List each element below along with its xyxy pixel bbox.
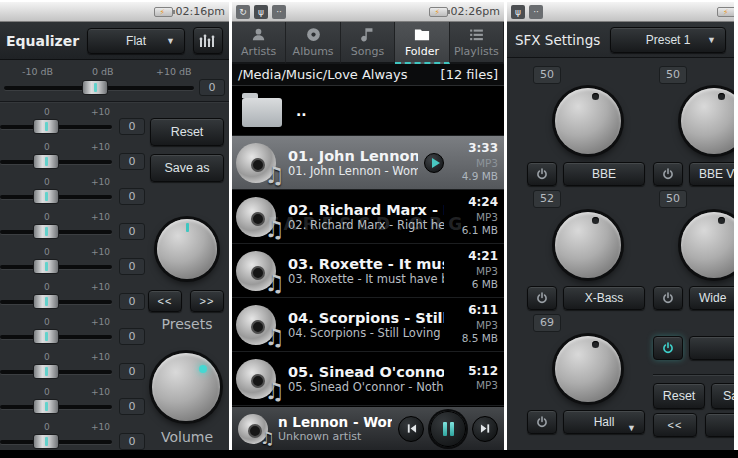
bbe-viva-power-button[interactable] [653,162,683,186]
song-subtitle: 05. Sinead O'connor - Nothing co [288,380,444,394]
previous-track-button[interactable] [398,416,424,442]
eq-band-thumb[interactable] [33,154,59,169]
eq-band-slider[interactable] [0,125,112,129]
sfx-save-button[interactable]: Sa [711,383,734,409]
reverb-type-dropdown[interactable]: Hall ▼ [563,410,645,434]
tab-folder[interactable]: Folder [395,22,449,64]
chevron-down-icon: ▼ [707,35,716,45]
sfx-prev-preset-button[interactable]: << [653,413,697,437]
bbe-viva-label-button[interactable]: BBE Vi [689,162,734,186]
sfx-preset-dropdown[interactable]: Preset 1 ▼ [610,27,726,53]
band-zero-label: 0 [44,317,50,327]
eq-band-thumb[interactable] [33,294,59,309]
agc-label-button[interactable]: AGC [689,336,734,360]
band-max-label: +10 [91,107,110,117]
master-slider-track[interactable] [4,86,194,90]
bbe-viva-knob[interactable] [681,88,734,154]
band-zero-label: 0 [44,282,50,292]
xbass-label-button[interactable]: X-Bass [563,286,645,310]
eq-band-thumb[interactable] [33,259,59,274]
eq-band-row: 0+10 0 [0,277,146,312]
band-value-box: 0 [119,328,145,345]
pause-icon [443,422,447,436]
eq-band-row: 0+10 0 [0,312,146,347]
eq-band-slider[interactable] [0,335,112,339]
equalizer-curve-button[interactable] [193,27,223,54]
eq-band-slider[interactable] [0,300,112,304]
bbe-knob[interactable] [555,88,621,154]
disc-icon [305,26,322,43]
song-format: MP3 [450,319,498,333]
chevron-down-icon: ▼ [166,36,175,46]
band-value-box: 0 [119,223,145,240]
now-playing-bar[interactable]: ♫ n Lennon - Woman Unknown artist [232,406,504,450]
music-note-icon [359,26,376,43]
reverb-knob[interactable] [555,336,621,402]
volume-knob[interactable] [152,353,220,421]
xbass-power-button[interactable] [527,286,557,310]
wide-knob[interactable] [681,212,734,278]
agc-power-button[interactable] [653,336,683,360]
power-icon [662,342,674,354]
reverb-power-button[interactable] [527,410,557,434]
eq-reset-button[interactable]: Reset [150,118,224,146]
eq-band-slider[interactable] [0,160,112,164]
sfx-next-preset-button[interactable] [705,413,734,437]
player-meta: n Lennon - Woman Unknown artist [278,414,392,443]
eq-band-thumb[interactable] [33,224,59,239]
band-max-label: +10 [91,387,110,397]
song-row[interactable]: ♫ 05. Sinead O'connor - Nothing 05. Sine… [232,352,504,406]
playlist-icon [468,26,485,43]
next-track-button[interactable] [472,416,498,442]
xbass-knob[interactable] [555,212,621,278]
bbe-label-button[interactable]: BBE [563,162,645,186]
song-row[interactable]: ♫ 02. Richard Marx - Right here 02. Rich… [232,190,504,244]
wide-power-button[interactable] [653,286,683,310]
folder-icon [413,26,431,43]
wide-label-button[interactable]: Wide [689,286,734,310]
tab-artists[interactable]: Artists [232,22,286,64]
song-row[interactable]: ♫ 01. John Lennon - Woman.m 01. John Len… [232,136,504,190]
folder-icon [242,98,282,127]
eq-band-thumb[interactable] [33,329,59,344]
eq-save-as-button[interactable]: Save as [150,154,224,182]
music-note-icon: ♫ [264,164,285,187]
reverb-type-value: Hall [594,415,615,429]
song-row[interactable]: ♫ 04. Scorpions - Still Loving You 04. S… [232,298,504,352]
tab-label: Songs [351,45,384,58]
sfx-preset-value: Preset 1 [646,33,691,47]
eq-band-thumb[interactable] [33,434,59,449]
parent-folder-row[interactable]: .. [232,86,504,136]
eq-band-slider[interactable] [0,265,112,269]
presets-knob[interactable] [157,219,217,279]
pause-button[interactable] [430,411,466,447]
eq-band-slider[interactable] [0,370,112,374]
eq-band-slider[interactable] [0,230,112,234]
master-slider-thumb[interactable] [82,80,108,95]
eq-band-thumb[interactable] [33,119,59,134]
band-max-label: +10 [91,317,110,327]
band-value-box: 0 [119,188,145,205]
eq-band-slider[interactable] [0,195,112,199]
preset-prev-button[interactable]: << [148,290,182,312]
song-duration: 5:12 [450,364,498,380]
eq-band-thumb[interactable] [33,399,59,414]
song-meta: 01. John Lennon - Woman.m 01. John Lenno… [288,148,418,178]
eq-band-slider[interactable] [0,440,112,444]
eq-preset-value: Flat [126,34,146,48]
band-max-label: +10 [91,212,110,222]
song-row[interactable]: ♫ 03. Roxette - It must have bee 03. Rox… [232,244,504,298]
tab-songs[interactable]: Songs [341,22,395,64]
sfx-reset-button[interactable]: Reset [653,383,705,409]
power-icon [536,292,548,304]
preset-next-button[interactable]: >> [190,290,224,312]
song-meta: 04. Scorpions - Still Loving You 04. Sco… [288,310,444,340]
tab-playlists[interactable]: Playlists [450,22,504,64]
tab-albums[interactable]: Albums [286,22,340,64]
bbe-power-button[interactable] [527,162,557,186]
eq-band-thumb[interactable] [33,189,59,204]
eq-preset-dropdown[interactable]: Flat ▼ [87,28,185,54]
band-zero-label: 0 [44,422,50,432]
eq-band-thumb[interactable] [33,364,59,379]
eq-band-slider[interactable] [0,405,112,409]
